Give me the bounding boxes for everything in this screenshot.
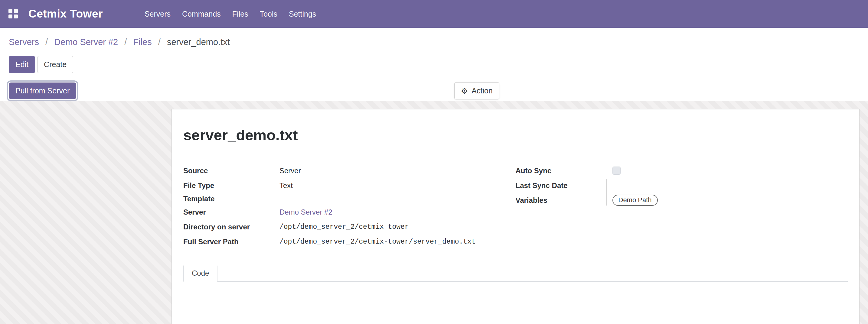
breadcrumb: Servers / Demo Server #2 / Files / serve… [9, 36, 868, 48]
code-tab-content [183, 282, 848, 324]
button-row: Edit Create [9, 56, 868, 73]
variable-tag-demo-path: Demo Path [613, 195, 658, 206]
field-label-file-type: File Type [183, 181, 279, 190]
pull-from-server-button[interactable]: Pull from Server [9, 83, 76, 99]
breadcrumb-separator: / [124, 37, 127, 47]
apps-menu-icon-dot [8, 9, 12, 13]
menu-item-servers[interactable]: Servers [145, 10, 170, 19]
field-label-auto-sync: Auto Sync [516, 166, 613, 175]
field-value-file-type: Text [279, 181, 293, 190]
field-row-auto-sync: Auto Sync [516, 163, 848, 178]
action-menu-button[interactable]: ⚙ Action [454, 82, 499, 99]
menu-item-settings[interactable]: Settings [289, 10, 316, 19]
form-view-background: server_demo.txt Source Server File Type … [0, 101, 868, 324]
field-group-right: Auto Sync Last Sync Date Variables Demo … [516, 163, 848, 249]
field-row-variables: Variables Demo Path [516, 193, 848, 208]
field-label-last-sync-date: Last Sync Date [516, 181, 613, 190]
field-value-full-path: /opt/demo_server_2/cetmix-tower/server_d… [279, 238, 476, 246]
notebook-tabs: Code [183, 265, 848, 282]
field-row-directory: Directory on server /opt/demo_server_2/c… [183, 220, 516, 234]
top-navbar: Cetmix Tower Servers Commands Files Tool… [0, 0, 868, 28]
menu-item-commands[interactable]: Commands [182, 10, 221, 19]
field-label-template: Template [183, 195, 279, 203]
field-value-variables: Demo Path [613, 195, 658, 206]
field-row-last-sync-date: Last Sync Date [516, 178, 848, 193]
auto-sync-checkbox [613, 166, 621, 175]
field-value-source: Server [279, 166, 301, 175]
field-value-auto-sync [613, 166, 621, 175]
field-value-server: Demo Server #2 [279, 208, 332, 217]
group-divider [607, 179, 607, 205]
record-title: server_demo.txt [183, 126, 848, 144]
field-row-file-type: File Type Text [183, 178, 516, 193]
field-value-directory: /opt/demo_server_2/cetmix-tower [279, 223, 409, 231]
field-label-directory: Directory on server [183, 223, 279, 231]
field-label-source: Source [183, 166, 279, 175]
server-record-link[interactable]: Demo Server #2 [279, 208, 332, 216]
field-row-full-path: Full Server Path /opt/demo_server_2/cetm… [183, 234, 516, 249]
breadcrumb-files[interactable]: Files [133, 37, 152, 47]
apps-menu-icon-dot [8, 14, 12, 19]
field-row-template: Template [183, 193, 516, 205]
action-menu-label: Action [471, 87, 492, 95]
control-panel: Servers / Demo Server #2 / Files / serve… [0, 28, 868, 101]
screen: Cetmix Tower Servers Commands Files Tool… [0, 0, 868, 324]
menu-item-tools[interactable]: Tools [260, 10, 277, 19]
menu-item-files[interactable]: Files [232, 10, 248, 19]
apps-menu-icon-dot [14, 9, 18, 13]
main-menu: Servers Commands Files Tools Settings [145, 10, 316, 19]
field-label-server: Server [183, 208, 279, 217]
breadcrumb-current: server_demo.txt [167, 37, 230, 47]
breadcrumb-servers[interactable]: Servers [9, 37, 39, 47]
apps-menu-icon[interactable] [8, 9, 18, 19]
breadcrumb-separator: / [158, 37, 161, 47]
create-button[interactable]: Create [37, 56, 73, 73]
field-label-full-path: Full Server Path [183, 237, 279, 246]
apps-menu-icon-dot [14, 14, 18, 19]
tab-code[interactable]: Code [183, 265, 217, 282]
breadcrumb-separator: / [45, 37, 48, 47]
field-row-source: Source Server [183, 163, 516, 178]
field-label-variables: Variables [516, 196, 613, 205]
gear-icon: ⚙ [461, 87, 468, 95]
field-groups: Source Server File Type Text Template Se… [183, 163, 848, 249]
app-brand[interactable]: Cetmix Tower [28, 7, 103, 20]
field-group-left: Source Server File Type Text Template Se… [183, 163, 516, 249]
field-row-server: Server Demo Server #2 [183, 205, 516, 220]
object-button-row: Pull from Server [9, 83, 868, 99]
form-sheet: server_demo.txt Source Server File Type … [172, 109, 860, 324]
breadcrumb-demo-server-2[interactable]: Demo Server #2 [54, 37, 118, 47]
edit-button[interactable]: Edit [9, 56, 35, 73]
